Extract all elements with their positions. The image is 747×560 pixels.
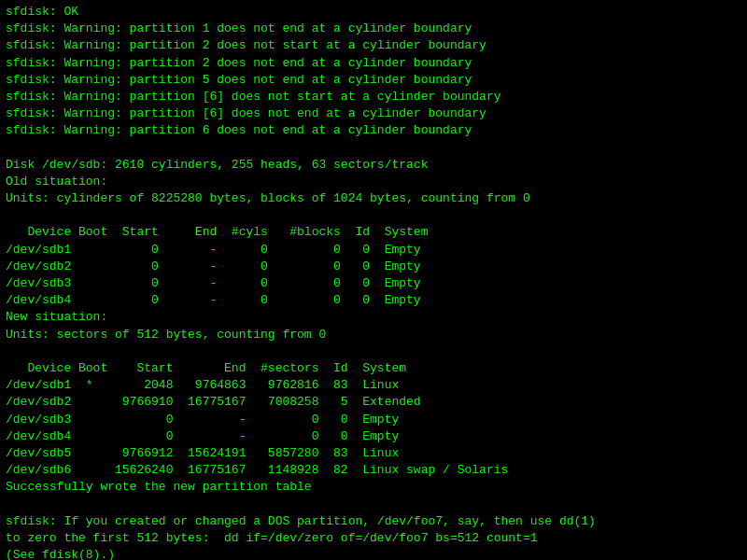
terminal-output: sfdisk: OK sfdisk: Warning: partition 1 … — [6, 4, 741, 560]
